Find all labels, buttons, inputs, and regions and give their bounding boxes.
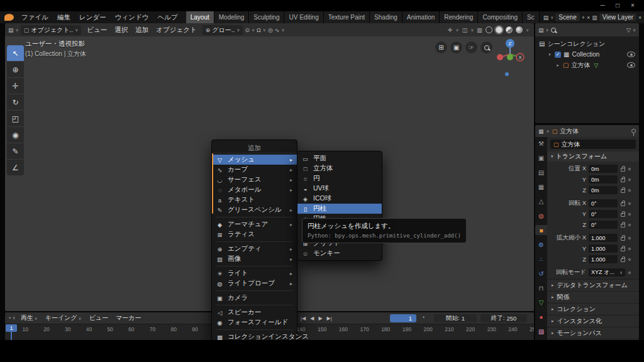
section-visibility[interactable]: ▸可視性 (547, 339, 639, 340)
filter-icon[interactable]: ▽ (626, 27, 631, 33)
workspace-tab-compositing[interactable]: Compositing (478, 11, 523, 23)
lock-icon[interactable] (621, 258, 625, 262)
snap-magnet-icon[interactable]: Ω (257, 27, 261, 33)
add-menu-item-metaball[interactable]: ◌メタボール▸ (212, 185, 297, 195)
tool-cursor[interactable]: ⊕ (7, 62, 24, 77)
view-rotate-dot[interactable] (505, 72, 509, 76)
add-menu-item-speaker[interactable]: ◁スピーカー (212, 307, 297, 317)
collection-checkbox[interactable]: ✓ (555, 52, 561, 58)
viewport-menu-add[interactable]: 追加 (131, 23, 152, 36)
pivot-point-icon[interactable]: ⊙ (245, 27, 250, 33)
workspace-tab-rendering[interactable]: Rendering (440, 11, 478, 23)
keyframe-dot[interactable] (628, 168, 631, 170)
shading-dropdown-icon[interactable]: ∨ (526, 28, 529, 33)
section-motion-paths[interactable]: ▸モーションパス (547, 327, 639, 339)
ortho-grid-button[interactable]: ⊞ (435, 41, 447, 53)
properties-tab-render[interactable]: ▣ (535, 153, 547, 163)
mesh-submenu-item-cube[interactable]: □立方体 (297, 163, 382, 173)
zoom-view-button[interactable] (480, 41, 492, 53)
properties-tab-material[interactable]: ● (535, 312, 547, 322)
lock-icon[interactable] (621, 189, 625, 193)
orientation-selector[interactable]: ⊕ グロー.. ∨ (203, 25, 243, 35)
view-layer-browse-icon[interactable]: ▥ (592, 14, 597, 21)
add-menu-item-light-probe[interactable]: ◍ライトプローブ▸ (212, 278, 297, 288)
transform-value-field[interactable]: 1.000 (589, 255, 618, 263)
lock-icon[interactable] (621, 224, 625, 228)
shading-mode-rendered[interactable] (516, 26, 523, 33)
mode-selector[interactable]: ▢ オブジェクト.. ∨ (21, 25, 82, 35)
mesh-submenu-item-cylinder[interactable]: ▯円柱 (297, 204, 382, 214)
outliner-row-scene-collection[interactable]: ▤シーンコレクション (535, 38, 639, 49)
properties-tab-object[interactable]: ■ (535, 225, 547, 235)
outliner-row-cube[interactable]: ▸▢立方体▽ (535, 60, 639, 70)
transform-value-field[interactable]: 0m (589, 165, 618, 173)
shading-mode-wireframe[interactable] (486, 26, 492, 33)
tool-move[interactable]: ✛ (7, 78, 24, 94)
lock-icon[interactable] (621, 213, 625, 217)
viewport-menu-select[interactable]: 選択 (111, 23, 131, 36)
properties-tab-tool[interactable]: ⚒ (535, 138, 547, 148)
workspace-tab-scripting[interactable]: Sc (523, 11, 540, 23)
pivot-dropdown-icon[interactable]: ∨ (252, 28, 255, 33)
keyframe-dot[interactable] (628, 202, 631, 205)
section-collections[interactable]: ▸コレクション (547, 303, 639, 315)
add-menu-item-image[interactable]: ▨画像▸ (212, 254, 297, 264)
minimize-button[interactable]: ─ (595, 1, 610, 11)
properties-tab-view-layer[interactable]: ▦ (535, 182, 547, 192)
disclosure-caret-icon[interactable]: ▸ (555, 63, 560, 68)
maximize-button[interactable]: □ (610, 1, 625, 11)
timeline-menu-keying[interactable]: キーイング ∨ (42, 312, 86, 324)
keyframe-dot[interactable] (628, 224, 631, 226)
keyframe-dot[interactable] (628, 272, 631, 274)
scene-selector[interactable]: Scene (555, 13, 579, 21)
show-gizmo-icon[interactable]: ✛ (448, 27, 453, 33)
workspace-tab-sculpting[interactable]: Sculpting (249, 11, 284, 23)
add-menu-item-collection-instance[interactable]: ▦コレクションインスタンス (212, 332, 297, 340)
properties-tab-physics[interactable]: ↺ (535, 268, 547, 278)
outliner-editor-type-icon[interactable]: ▤ (538, 27, 544, 33)
transform-value-field[interactable]: 1.000 (589, 234, 618, 242)
tool-rotate[interactable]: ↻ (7, 94, 24, 110)
properties-tab-output[interactable]: ▤ (535, 167, 547, 177)
view-layer-selector[interactable]: View Layer (599, 13, 636, 21)
tool-annotate[interactable]: ✎ (7, 143, 24, 159)
pin-icon[interactable] (631, 129, 636, 133)
mesh-submenu-item-plane[interactable]: ▭平面 (297, 153, 382, 163)
falloff-dropdown-icon[interactable]: ∨ (281, 28, 284, 33)
section-delta-transform[interactable]: ▸デルタトランスフォーム (547, 279, 639, 291)
transform-value-field[interactable]: 1.000 (589, 244, 618, 253)
properties-tab-texture[interactable]: ▨ (535, 326, 547, 336)
disclosure-caret-icon[interactable]: ▾ (547, 52, 552, 57)
visibility-eye-icon[interactable] (627, 62, 635, 68)
gizmo-dropdown-icon[interactable]: ∨ (456, 28, 459, 33)
add-menu-item-force-field[interactable]: ◉フォースフィールド (212, 317, 297, 327)
properties-tab-world[interactable]: ◍ (535, 211, 547, 221)
properties-tab-modifiers[interactable]: ⚙ (535, 239, 547, 250)
add-menu-item-curve[interactable]: ∿カーブ▸ (212, 165, 297, 175)
tool-select-box[interactable]: ↖ (7, 45, 24, 61)
keyframe-dot[interactable] (628, 189, 631, 192)
keyframe-dot[interactable] (628, 258, 631, 261)
add-menu-item-camera[interactable]: ▣カメラ (212, 293, 297, 303)
lock-icon[interactable] (621, 237, 625, 241)
properties-tab-scene[interactable]: △ (535, 196, 547, 206)
menu-help[interactable]: ヘルプ (153, 11, 182, 23)
properties-editor-type-icon[interactable]: ▦ (538, 128, 544, 134)
scene-dropdown-icon[interactable]: ∨ (550, 15, 553, 20)
playback-jump-to-start[interactable]: |◀ (301, 315, 306, 321)
snap-dropdown-icon[interactable]: ∨ (263, 28, 266, 33)
new-scene-button[interactable]: + (582, 14, 585, 21)
playback-play[interactable]: ▶ (318, 315, 322, 321)
transform-value-field[interactable]: 0m (589, 186, 618, 194)
lock-icon[interactable] (621, 248, 625, 251)
workspace-tab-uv-editing[interactable]: UV Editing (284, 11, 323, 23)
playhead[interactable]: 1 (6, 324, 17, 332)
viewport-menu-view[interactable]: ビュー (83, 23, 111, 36)
properties-tab-object-data[interactable]: ▽ (535, 297, 547, 307)
keyframe-dot[interactable] (628, 248, 631, 250)
outliner-row-collection[interactable]: ▾✓▦Collection (535, 49, 639, 60)
add-menu-item-surface[interactable]: ◡サーフェス▸ (212, 175, 297, 185)
playback-play-reverse[interactable]: ◀ (310, 315, 314, 321)
search-icon[interactable] (551, 28, 556, 33)
keyframe-dot[interactable] (628, 237, 631, 239)
